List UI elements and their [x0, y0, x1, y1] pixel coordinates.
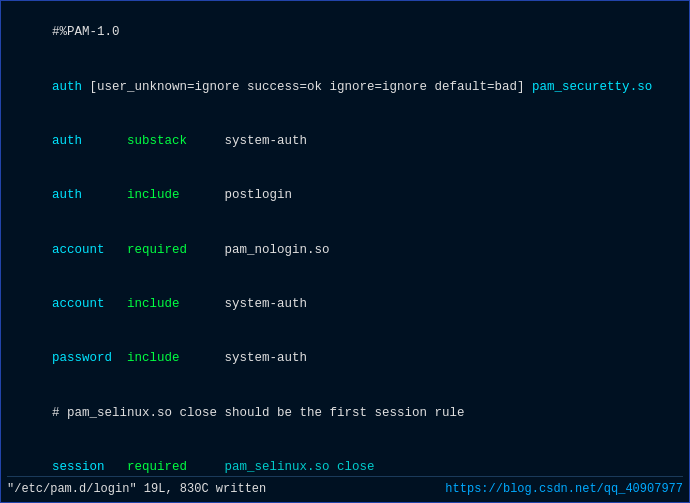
status-text-right: https://blog.csdn.net/qq_40907977 — [445, 482, 683, 496]
terminal-window: #%PAM-1.0 auth [user_unknown=ignore succ… — [0, 0, 690, 503]
module: pam_securetty.so — [532, 80, 652, 94]
keyword: auth — [52, 134, 82, 148]
text — [82, 188, 127, 202]
control: include — [127, 297, 180, 311]
control: substack — [127, 134, 187, 148]
text — [105, 460, 128, 474]
module: system-auth — [225, 134, 308, 148]
text — [180, 188, 225, 202]
code-line-7: password include system-auth — [7, 331, 683, 385]
text — [180, 297, 225, 311]
module: pam_nologin.so — [225, 243, 330, 257]
text — [105, 297, 128, 311]
control: include — [127, 351, 180, 365]
keyword: auth — [52, 80, 82, 94]
status-text-left: "/etc/pam.d/login" 19L, 830C written — [7, 482, 266, 496]
keyword: session — [52, 460, 105, 474]
module: pam_selinux.so close — [225, 460, 375, 474]
code-line-5: account required pam_nologin.so — [7, 223, 683, 277]
keyword: account — [52, 243, 105, 257]
module: system-auth — [225, 351, 308, 365]
code-line-4: auth include postlogin — [7, 168, 683, 222]
comment: #%PAM-1.0 — [52, 25, 120, 39]
code-line-2: auth [user_unknown=ignore success=ok ign… — [7, 59, 683, 113]
keyword: password — [52, 351, 112, 365]
keyword: account — [52, 297, 105, 311]
control: required — [127, 243, 187, 257]
code-line-6: account include system-auth — [7, 277, 683, 331]
comment: # pam_selinux.so close should be the fir… — [52, 406, 465, 420]
text — [82, 134, 127, 148]
text — [112, 351, 127, 365]
module: postlogin — [225, 188, 293, 202]
text — [187, 460, 225, 474]
code-line-1: #%PAM-1.0 — [7, 5, 683, 59]
control: required — [127, 460, 187, 474]
text — [187, 134, 225, 148]
module: system-auth — [225, 297, 308, 311]
code-content: #%PAM-1.0 auth [user_unknown=ignore succ… — [7, 5, 683, 476]
code-line-8: # pam_selinux.so close should be the fir… — [7, 386, 683, 440]
text — [180, 351, 225, 365]
text — [105, 243, 128, 257]
code-line-9: session required pam_selinux.so close — [7, 440, 683, 476]
text: [user_unknown=ignore success=ok ignore=i… — [82, 80, 532, 94]
text — [187, 243, 225, 257]
keyword: auth — [52, 188, 82, 202]
code-line-3: auth substack system-auth — [7, 114, 683, 168]
status-bar: "/etc/pam.d/login" 19L, 830C written htt… — [7, 476, 683, 498]
control: include — [127, 188, 180, 202]
